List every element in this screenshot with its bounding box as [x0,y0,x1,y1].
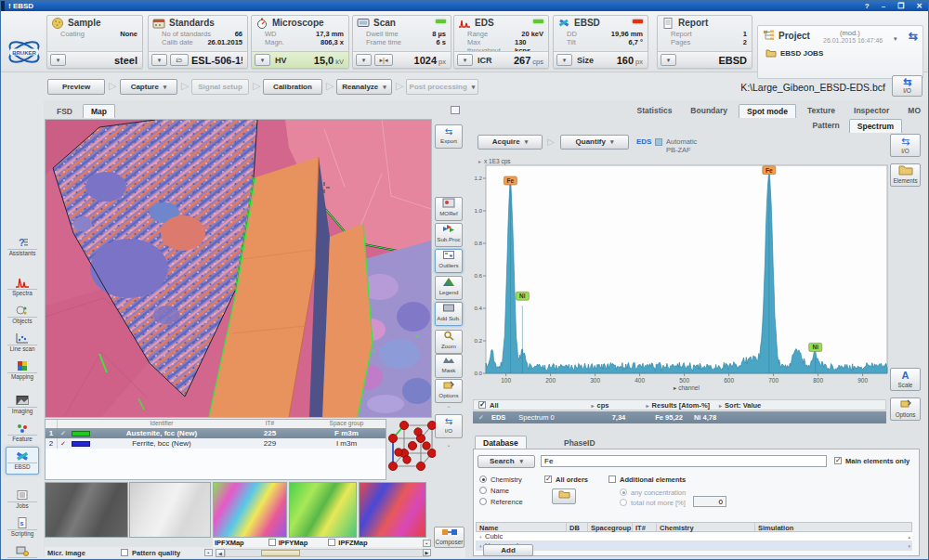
ebsd-size-value[interactable]: 160px [594,55,643,66]
thumbnail-pattern-quality[interactable] [129,482,211,538]
main-elements-checkbox[interactable] [834,457,842,464]
post-processing-button[interactable]: Post processing▾ [406,79,478,95]
structure-folder-button[interactable] [552,488,576,504]
ipfy-checkbox[interactable] [268,539,276,546]
scroll-right-icon[interactable]: ▶ [423,549,431,556]
thumb-expand-icon[interactable]: ▪ [423,540,431,547]
sample-value[interactable]: steel [69,55,137,66]
standards-library-button[interactable]: 🗁 [170,54,189,66]
sidebar-item-mapping[interactable]: Mapping [6,357,39,384]
project-dropdown[interactable]: ▾ [894,35,897,43]
subtab-spectrum[interactable]: Spectrum [849,119,902,133]
capture-button[interactable]: Capture▾ [120,79,177,95]
col-db[interactable]: DB [567,523,588,531]
scrollbar-thumb[interactable] [261,550,300,556]
pattern-quality-checkbox[interactable] [121,549,128,556]
cps-column[interactable]: cps [592,401,609,410]
spectrum-result-row[interactable]: ✓ EDS Spectrum 0 7,34 Fe 95,22 Ni 4,78 [473,411,886,423]
thumbnail-ipfy-map[interactable] [289,482,357,538]
composer-button[interactable]: Composer [434,527,464,548]
results-column[interactable]: Results [Atom-%] [647,401,711,410]
report-dropdown[interactable] [661,54,676,66]
tab-fsd[interactable]: FSD [49,105,80,119]
map-io-button[interactable]: ⇆I/O [435,414,463,438]
spectrum-io-button[interactable]: ⇆I/O [890,134,921,157]
crystal-structure-view[interactable] [387,416,436,481]
tab-inspector[interactable]: Inspector [846,104,896,118]
spectrum-chart[interactable]: 100200300400500600700800900▸ channel0.00… [471,156,891,392]
elements-button[interactable]: Elements [890,163,921,187]
ipfz-checkbox[interactable] [328,539,335,546]
thumbnail-ipfz-map[interactable] [359,482,426,538]
calibration-button[interactable]: Calibration [263,79,322,95]
moref-button[interactable]: MORef [435,197,463,221]
results-options-button[interactable]: Options [890,397,921,421]
tab-spot-mode[interactable]: Spot mode [739,104,796,118]
collapse-up-icon[interactable]: ⌃ [441,406,456,412]
subproc-button[interactable]: Sub.Proc [435,223,463,247]
zoom-button[interactable]: Zoom [435,330,463,354]
sidebar-item-objects[interactable]: Objects [6,301,39,329]
sidebar-item-ebsd[interactable]: EBSD [6,447,39,475]
any-concentration-radio[interactable] [620,488,627,496]
additional-elements-checkbox[interactable] [608,475,616,483]
scroll-down-icon[interactable]: ▾ [908,541,910,550]
scan-dropdown[interactable] [356,54,372,66]
collapse-down-icon[interactable]: ⌄ [441,442,456,449]
acquire-button[interactable]: Acquire▾ [478,135,543,150]
col-simulation[interactable]: Simulation [755,523,911,531]
outliers-button[interactable]: Outliers [435,249,463,273]
all-checkbox[interactable] [478,401,486,409]
add-button[interactable]: Add [483,544,533,556]
reference-radio[interactable] [479,498,487,505]
all-orders-checkbox[interactable] [544,475,552,483]
col-chemistry[interactable]: Chemistry [657,523,755,531]
sample-dropdown[interactable] [50,54,66,66]
search-button[interactable]: Search▾ [478,455,535,468]
mask-button[interactable]: Mask [435,354,463,378]
quantify-button[interactable]: Quantify▾ [560,135,629,150]
hv-value[interactable]: 15,0kV [287,55,344,66]
tab-database[interactable]: Database [475,436,527,449]
sidebar-item-feature[interactable]: Feature [6,419,39,447]
scale-button[interactable]: AScale [890,368,921,391]
col-it[interactable]: IT# [633,523,657,531]
ebsd-orientation-map[interactable] [46,120,431,417]
report-target[interactable]: EBSD [679,55,747,66]
eds-dropdown[interactable] [457,54,473,66]
addsub-button[interactable]: Add Sub. [435,302,463,326]
sidebar-item-scripting[interactable]: s Scripting [6,514,39,541]
legend-button[interactable]: Legend [435,276,463,300]
search-input[interactable] [541,455,827,467]
db-row-cubic[interactable]: ＋Cubic ▴ [476,532,912,541]
signal-setup-button[interactable]: Signal setup [191,79,249,95]
scan-resolution-button[interactable]: ▸|◂ [374,54,393,66]
phase-row-ferrite[interactable]: 2✓ Ferrite, bcc (New) 229 I m3m [46,438,386,449]
name-radio[interactable] [479,487,487,494]
sidebar-item-assistants[interactable]: ? Assistants [6,233,39,261]
sort-column[interactable]: Sort: Value [719,401,761,410]
standards-value[interactable]: ESL-506-15 [191,55,242,66]
reanalyze-button[interactable]: Reanalyze▾ [336,79,392,95]
tab-mo[interactable]: MO [900,104,928,118]
standards-dropdown[interactable] [151,54,167,66]
thumbnail-micr-image[interactable] [45,482,128,538]
scroll-up-icon[interactable]: ▴ [908,532,910,540]
sidebar-item-system[interactable]: System [6,541,39,560]
sidebar-item-line-scan[interactable]: Line scan [6,329,39,357]
minimize-button[interactable]: – [882,1,885,11]
project-jobs-item[interactable]: EBSD JOBS [780,49,823,58]
col-name[interactable]: Name [477,523,567,531]
thumb-options-icon[interactable]: ▪ [204,549,213,556]
project-io-icon[interactable]: ⇆ [909,30,918,43]
total-not-more-radio[interactable] [620,499,627,506]
tab-boundary[interactable]: Boundary [683,104,735,118]
restore-button[interactable]: ❐ [897,1,904,11]
sidebar-item-imaging[interactable]: Imaging [6,391,39,419]
ebsd-dropdown[interactable] [556,54,572,66]
microscope-dropdown[interactable] [255,54,270,66]
io-button-top[interactable]: ⇆I/O [892,75,922,97]
sidebar-item-jobs[interactable]: Jobs [6,486,39,514]
scroll-left-icon[interactable]: ◀ [216,549,225,557]
total-value-input[interactable] [693,496,726,507]
